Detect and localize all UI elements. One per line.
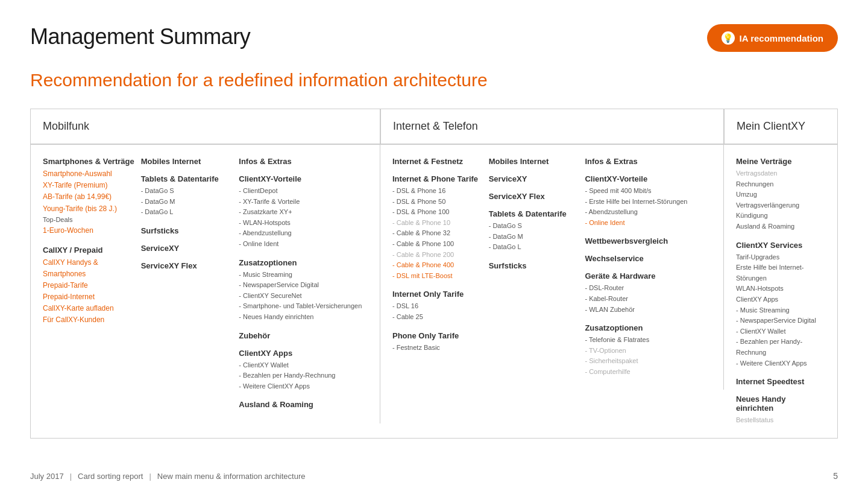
item-weitere-apps: - Weitere ClientXY Apps — [239, 381, 368, 392]
item-prepaid-internet[interactable]: Prepaid-Internet — [43, 291, 135, 303]
cat-clientxy-vorteile: ClientXY-Vorteile — [239, 174, 368, 183]
item-newspaper-digital-mein: - NewspaperService Digital — [736, 315, 825, 326]
cat-internet-speedtest: Internet Speedtest — [736, 377, 825, 386]
cat-internet-festnetz: Internet & Festnetz — [392, 157, 483, 166]
item-music-streaming-mein: - Music Streaming — [736, 305, 825, 316]
item-callxy-handys[interactable]: CallXY Handys & Smartphones — [43, 257, 135, 280]
item-tablet-versicherungen: - Smartphone- und Tablet-Versicherungen — [239, 301, 368, 312]
item-vertragsverlaengerung: Vertragsverlängerung — [736, 200, 825, 211]
cat-internet-only: Internet Only Tarife — [392, 290, 483, 299]
cat-clientxy-services: ClientXY Services — [736, 241, 825, 250]
cat-phone-only: Phone Only Tarife — [392, 331, 483, 340]
footer-date: July 2017 — [30, 472, 64, 481]
page-title: Management Summary — [30, 24, 250, 49]
item-online-ident: - Online Ident — [239, 239, 368, 250]
item-online-ident-2[interactable]: - Online Ident — [585, 218, 711, 229]
footer-page: 5 — [833, 471, 838, 481]
item-festnetz-basic: - Festnetz Basic — [392, 343, 483, 353]
item-fuer-callxy[interactable]: Für CallXY-Kunden — [43, 314, 135, 326]
item-handy-einrichten: - Neues Handy einrichten — [239, 312, 368, 323]
item-kuendigung: Kündigung — [736, 211, 825, 221]
item-wlan-hotspots: - WLAN-Hotspots — [239, 218, 368, 229]
item-smartphone-auswahl[interactable]: Smartphone-Auswahl — [43, 168, 135, 180]
ia-button-label: IA recommendation — [740, 33, 823, 43]
item-cable-phone-100: - Cable & Phone 100 — [392, 239, 483, 250]
cat-infos-extras: Infos & Extras — [239, 157, 368, 166]
item-dsl-phone-100: - DSL & Phone 100 — [392, 207, 483, 218]
section-mein: Meine Verträge Vertragsdaten Rechnungen … — [724, 145, 837, 438]
section-mobilfunk: Smartphones & Verträge Smartphone-Auswah… — [31, 145, 380, 423]
item-umzug: Umzug — [736, 189, 825, 200]
subcol-infos: Infos & Extras ClientXY-Vorteile - Clien… — [239, 157, 368, 411]
cat-servicexy: ServiceXY — [141, 244, 233, 253]
item-clientxy-wallet: - ClientXY Wallet — [239, 360, 368, 371]
columns-row: Smartphones & Verträge Smartphone-Auswah… — [31, 145, 837, 438]
item-abendzustellung: - Abendzustellung — [239, 228, 368, 239]
item-euro-wochen[interactable]: 1-Euro-Wochen — [43, 225, 135, 236]
subtitle-text: Recommendation for a redefined informati… — [30, 70, 838, 90]
item-datago-l: - DataGo L — [141, 207, 233, 218]
cat-meine-vertraege: Meine Verträge — [736, 157, 825, 166]
item-wlan-hotspots-mein: WLAN-Hotspots — [736, 284, 825, 294]
item-erste-hilfe-internet: Erste Hilfe bei Internet-Störungen — [736, 262, 825, 284]
item-datago-s: - DataGo S — [141, 186, 233, 197]
item-music-streaming: - Music Streaming — [239, 270, 368, 280]
cat-callxy-prepaid: CallXY / Prepaid — [43, 246, 135, 255]
item-newspaper-digital: - NewspaperService Digital — [239, 280, 368, 291]
subtitle-area: Recommendation for a redefined informati… — [0, 64, 868, 109]
cat-servicexy-flex-2: ServiceXY Flex — [489, 192, 579, 201]
item-erste-hilfe: - Erste Hilfe bei Internet-Störungen — [585, 197, 711, 208]
item-bestellstatus: Bestellstatus — [736, 415, 825, 426]
item-callxy-karte[interactable]: CallXY-Karte aufladen — [43, 303, 135, 314]
column-headers: Mobilfunk Internet & Telefon Mein Client… — [31, 109, 837, 145]
item-top-deals: Top-Deals — [43, 215, 135, 226]
bulb-icon: 💡 — [722, 31, 735, 45]
item-cable-25: - Cable 25 — [392, 312, 483, 323]
cat-zusatzoptionen-2: Zusatzoptionen — [585, 323, 711, 332]
cat-surfsticks-2: Surfsticks — [489, 261, 579, 270]
cat-geraete-hardware: Geräte & Hardware — [585, 271, 711, 280]
cat-servicexy-2: ServiceXY — [489, 174, 579, 183]
header-area: Management Summary 💡 IA recommendation — [0, 0, 868, 64]
col-header-mein: Mein ClientXY — [724, 109, 837, 144]
item-clientxy-wallet-mein: - ClientXY Wallet — [736, 326, 825, 337]
ia-recommendation-button[interactable]: 💡 IA recommendation — [707, 24, 838, 52]
item-clientdepot: - ClientDepot — [239, 186, 368, 197]
item-datago-l-2: - DataGo L — [489, 242, 579, 253]
item-zusatzkarte: - Zusatzkarte XY+ — [239, 207, 368, 218]
section-internet: Internet & Festnetz Internet & Phone Tar… — [380, 145, 724, 390]
item-young-tarife[interactable]: Young-Tarife (bis 28 J.) — [43, 203, 135, 215]
cat-zubehoer: Zubehör — [239, 331, 368, 340]
footer-description: New main menu & information architecture — [157, 472, 306, 481]
item-wlan-zubehoer: - WLAN Zubehör — [585, 305, 711, 315]
item-computerhilfe: - Computerhilfe — [585, 367, 711, 378]
subcol-internet-festnetz: Internet & Festnetz Internet & Phone Tar… — [392, 157, 483, 378]
item-vertragsdaten: Vertragsdaten — [736, 168, 825, 179]
item-sicherheitspaket: - Sicherheitspaket — [585, 356, 711, 367]
item-xy-tarife[interactable]: XY-Tarife (Premium) — [43, 180, 135, 191]
item-cable-phone-200: - Cable & Phone 200 — [392, 250, 483, 261]
item-datago-s-2: - DataGo S — [489, 221, 579, 232]
item-bezahlen-mein: - Bezahlen per Handy-Rechnung — [736, 337, 825, 358]
cat-servicexy-flex: ServiceXY Flex — [141, 261, 233, 270]
footer: July 2017 | Card sorting report | New ma… — [0, 464, 868, 488]
page-container: Management Summary 💡 IA recommendation R… — [0, 0, 868, 488]
item-cable-phone-400[interactable]: - Cable & Phone 400 — [392, 260, 483, 271]
cat-mobiles-internet: Mobiles Internet — [141, 157, 233, 166]
item-dsl-phone-16: - DSL & Phone 16 — [392, 186, 483, 197]
cat-clientxy-vorteile-2: ClientXY-Vorteile — [585, 174, 711, 183]
cat-neues-handy: Neues Handy einrichten — [736, 395, 825, 413]
item-prepaid-tarife[interactable]: Prepaid-Tarife — [43, 280, 135, 291]
item-ab-tarife[interactable]: AB-Tarife (ab 14,99€) — [43, 191, 135, 203]
mein-content: Meine Verträge Vertragsdaten Rechnungen … — [736, 157, 825, 426]
item-cable-phone-32: - Cable & Phone 32 — [392, 228, 483, 239]
content-area: Mobilfunk Internet & Telefon Mein Client… — [30, 109, 838, 439]
item-weitere-apps-mein: - Weitere ClientXY Apps — [736, 358, 825, 369]
subcol-mobiles: Mobiles Internet Tablets & Datentarife -… — [141, 157, 233, 411]
item-datago-m-2: - DataGo M — [489, 232, 579, 242]
cat-smartphones-vertraege: Smartphones & Verträge — [43, 157, 135, 166]
item-dsl-lte-boost[interactable]: - DSL mit LTE-Boost — [392, 271, 483, 282]
item-bezahlen-handy: - Bezahlen per Handy-Rechnung — [239, 370, 368, 381]
item-dsl-phone-50: - DSL & Phone 50 — [392, 197, 483, 208]
footer-left: July 2017 | Card sorting report | New ma… — [30, 472, 306, 481]
